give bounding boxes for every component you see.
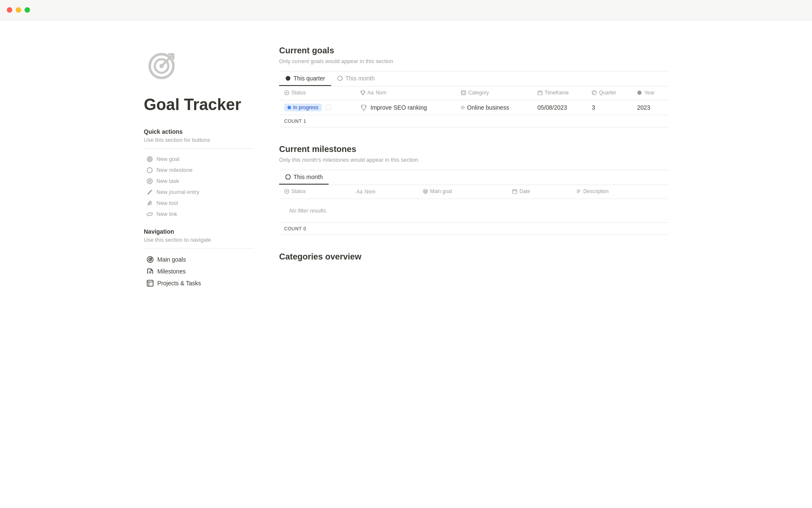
ms-status-col-icon <box>284 189 289 194</box>
row-status-cell: In progress <box>279 100 355 115</box>
current-goals-table-header: Status <box>279 86 668 100</box>
status-badge: In progress <box>284 104 322 111</box>
current-goals-count: COUNT 1 <box>279 115 668 127</box>
ms-col-date: Date <box>507 185 571 199</box>
ms-description-col-icon <box>576 189 581 194</box>
col-timeframe: Timeframe <box>532 86 587 100</box>
page-title: Goal Tracker <box>144 95 254 115</box>
minimize-button[interactable] <box>16 7 21 13</box>
svg-point-6 <box>149 159 150 160</box>
quick-actions-section: Quick actions Use this section for butto… <box>144 128 254 220</box>
col-quarter: Quarter <box>587 86 632 100</box>
ms-main-goal-col-icon <box>423 189 428 194</box>
svg-point-21 <box>286 76 291 81</box>
row-quarter-cell: 3 <box>587 100 632 115</box>
timeframe-col-icon <box>538 90 543 95</box>
milestones-icon <box>146 268 154 275</box>
current-milestones-title: Current milestones <box>279 144 668 154</box>
this-quarter-tab-label: This quarter <box>294 75 325 82</box>
main-goals-icon <box>146 256 154 263</box>
new-goal-label: New goal <box>156 156 179 162</box>
nav-projects-tasks[interactable]: Projects & Tasks <box>144 277 254 289</box>
action-new-milestone[interactable]: New milestone <box>144 165 254 176</box>
milestones-this-month-icon <box>285 174 291 180</box>
new-task-label: New task <box>156 178 179 184</box>
col-category-label: Category <box>468 90 489 96</box>
tab-this-month[interactable]: This month <box>331 72 381 86</box>
row-year-value: 2023 <box>637 104 650 111</box>
current-milestones-table: Status Aa Nom <box>279 185 668 223</box>
goal-tracker-icon <box>144 46 182 84</box>
tab-milestones-this-month[interactable]: This month <box>279 170 329 185</box>
milestones-tabs: This month <box>279 170 668 185</box>
row-timeframe-value: 05/08/2023 <box>538 104 567 111</box>
close-button[interactable] <box>7 7 12 13</box>
svg-point-36 <box>327 106 331 110</box>
action-new-tool[interactable]: New tool <box>144 198 254 209</box>
projects-tasks-label: Projects & Tasks <box>157 280 201 287</box>
milestones-table-header: Status Aa Nom <box>279 185 668 199</box>
quick-actions-divider <box>144 148 254 149</box>
category-dot <box>461 106 464 109</box>
quick-actions-subtext: Use this section for buttons <box>144 137 254 143</box>
row-quarter-value: 3 <box>592 104 595 111</box>
this-month-label: This month <box>346 75 375 82</box>
current-milestones-section: Current milestones Only this month's mil… <box>279 144 668 235</box>
navigation-section: Navigation Use this section to navigate … <box>144 228 254 289</box>
current-goals-section: Current goals Only current goals would a… <box>279 46 668 127</box>
svg-rect-18 <box>147 280 153 286</box>
svg-point-35 <box>637 91 642 95</box>
nav-milestones[interactable]: Milestones <box>144 265 254 277</box>
quick-actions-heading: Quick actions <box>144 128 254 135</box>
nav-main-goals[interactable]: Main goals <box>144 254 254 265</box>
new-journal-entry-icon <box>146 189 153 196</box>
tab-this-quarter[interactable]: This quarter <box>279 72 331 86</box>
status-col-icon <box>284 90 289 95</box>
new-tool-icon <box>146 200 153 207</box>
ms-col-nom-label: Nom <box>365 189 375 195</box>
current-milestones-count: COUNT 0 <box>279 223 668 235</box>
status-dot <box>288 106 291 109</box>
ms-col-status: Status <box>279 185 351 199</box>
row-category-cell: Online business <box>456 100 532 115</box>
this-quarter-tab-icon <box>285 75 291 81</box>
svg-rect-46 <box>513 190 517 193</box>
action-new-journal-entry[interactable]: New journal entry <box>144 187 254 198</box>
col-timeframe-label: Timeframe <box>545 90 569 96</box>
action-new-goal[interactable]: New goal <box>144 154 254 165</box>
col-year-label: Year <box>644 90 654 96</box>
current-goals-tabs: This quarter This month <box>279 72 668 86</box>
action-new-task[interactable]: New task <box>144 176 254 187</box>
milestones-this-month-label: This month <box>294 174 323 180</box>
navigation-subtext: Use this section to navigate <box>144 237 254 243</box>
this-month-tab-icon <box>337 75 343 81</box>
svg-point-39 <box>286 175 291 179</box>
col-nom: Aa Nom <box>355 86 456 100</box>
quarter-col-icon <box>592 90 597 95</box>
maximize-button[interactable] <box>25 7 30 13</box>
row-nom-value: Improve SEO ranking <box>370 104 427 111</box>
col-year: Year <box>632 86 668 100</box>
main-goals-label: Main goals <box>157 256 186 263</box>
new-goal-icon <box>146 156 153 163</box>
trophy-col-icon <box>360 90 365 95</box>
new-task-icon <box>146 178 153 185</box>
current-milestones-desc: Only this month's milestones would appea… <box>279 157 668 163</box>
svg-point-9 <box>149 180 151 182</box>
current-goals-table: Status <box>279 86 668 115</box>
status-label: In progress <box>293 105 318 110</box>
ms-col-description: Description <box>571 185 668 199</box>
nom-row-icon <box>360 104 367 111</box>
table-row[interactable]: In progress <box>279 100 668 115</box>
ms-col-main-goal: Main goal <box>418 185 508 199</box>
col-status-label: Status <box>291 90 306 96</box>
row-select-circle[interactable] <box>325 104 332 111</box>
content-area: Current goals Only current goals would a… <box>279 46 668 289</box>
row-timeframe-cell: 05/08/2023 <box>532 100 587 115</box>
milestones-label: Milestones <box>157 268 186 275</box>
ms-col-date-label: Date <box>519 188 530 194</box>
categories-overview-section: Categories overview <box>279 252 668 262</box>
col-status: Status <box>279 86 355 100</box>
action-new-link[interactable]: New link <box>144 209 254 220</box>
col-nom-label: Nom <box>376 90 386 96</box>
